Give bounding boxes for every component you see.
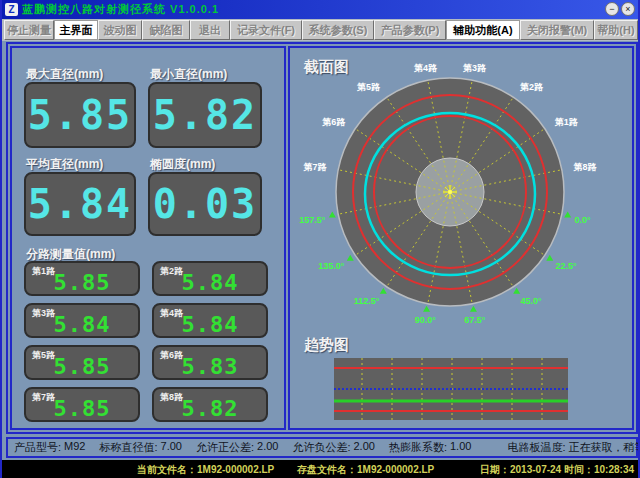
menu-main-screen[interactable]: 主界面 xyxy=(54,20,98,40)
angle-marker-icon xyxy=(470,306,477,312)
channel-2-value: 5.84 xyxy=(154,270,266,295)
trend-chart xyxy=(334,358,568,420)
channel-6-display: 第6路 5.83 xyxy=(152,345,268,380)
negative-tolerance-item: 允许负公差: 2.00 xyxy=(292,440,374,455)
board-temperature-item: 电路板温度: 正在获取，稍等片刻... xyxy=(507,440,640,455)
cross-section-chart: 第1路第2路第3路第4路第5路第6路第7路第8路0.0°22.5°45.0°67… xyxy=(290,48,632,428)
app-icon: Z xyxy=(5,3,18,16)
path-label: 第8路 xyxy=(573,162,598,172)
min-diameter-label: 最小直径(mm) xyxy=(150,66,227,83)
channel-4-value: 5.84 xyxy=(154,312,266,337)
angle-label: 135.0° xyxy=(318,261,345,271)
angle-label: 112.5° xyxy=(354,296,380,306)
minimize-button[interactable]: − xyxy=(605,2,619,16)
angle-label: 0.0° xyxy=(575,215,592,225)
expansion-coefficient-label: 热膨胀系数: xyxy=(389,440,447,455)
angle-marker-icon xyxy=(513,288,520,294)
channel-4-display: 第4路 5.84 xyxy=(152,303,268,338)
angle-label: 45.0° xyxy=(521,296,543,306)
path-label: 第5路 xyxy=(356,82,381,92)
positive-tolerance-label: 允许正公差: xyxy=(196,440,254,455)
path-label: 第4路 xyxy=(413,63,438,73)
channel-7-value: 5.85 xyxy=(26,396,138,421)
channel-5-display: 第5路 5.85 xyxy=(24,345,140,380)
menu-close-alarm[interactable]: 关闭报警(M) xyxy=(520,20,594,40)
channel-3-display: 第3路 5.84 xyxy=(24,303,140,338)
path-label: 第3路 xyxy=(462,63,487,73)
channel-3-value: 5.84 xyxy=(26,312,138,337)
angle-label: 90.0° xyxy=(415,315,437,325)
menu-help[interactable]: 帮助(H) xyxy=(594,20,638,40)
negative-tolerance-label: 允许负公差: xyxy=(292,440,350,455)
board-temperature-value: 正在获取，稍等片刻... xyxy=(568,440,640,455)
menu-aux-functions[interactable]: 辅助功能(A) xyxy=(446,20,520,40)
info-bar: 产品型号: M92 标称直径值: 7.00 允许正公差: 2.00 允许负公差:… xyxy=(6,437,638,458)
product-model-item: 产品型号: M92 xyxy=(14,440,85,455)
angle-marker-icon xyxy=(347,255,354,261)
board-temperature-label: 电路板温度: xyxy=(507,440,565,455)
angle-label: 67.5° xyxy=(464,315,486,325)
path-label: 第6路 xyxy=(321,117,346,127)
ovality-value: 0.03 xyxy=(153,181,257,227)
measurement-panel: 最大直径(mm) 5.85 最小直径(mm) 5.82 平均直径(mm) 5.8… xyxy=(10,46,286,430)
channel-8-value: 5.82 xyxy=(154,396,266,421)
expansion-coefficient-value: 1.00 xyxy=(450,440,471,455)
channel-2-display: 第2路 5.84 xyxy=(152,261,268,296)
center-star-dot xyxy=(448,190,452,194)
avg-diameter-value: 5.84 xyxy=(28,181,132,227)
menu-defect-chart[interactable]: 缺陷图 xyxy=(142,20,190,40)
channel-8-display: 第8路 5.82 xyxy=(152,387,268,422)
app-window: Z 蓝鹏测控八路对射测径系统 V1.0.0.1 − × 停止测量 主界面 波动图… xyxy=(0,0,640,478)
nominal-diameter-item: 标称直径值: 7.00 xyxy=(99,440,181,455)
menu-product-params[interactable]: 产品参数(P) xyxy=(374,20,446,40)
path-label: 第2路 xyxy=(519,82,544,92)
angle-marker-icon xyxy=(564,211,571,217)
saved-filename: 存盘文件名：1M92-000002.LP xyxy=(297,463,434,477)
expansion-coefficient-item: 热膨胀系数: 1.00 xyxy=(389,440,471,455)
menu-wave-chart[interactable]: 波动图 xyxy=(98,20,142,40)
ovality-display: 0.03 xyxy=(148,172,262,236)
menu-exit[interactable]: 退出 xyxy=(190,20,230,40)
status-bar: 当前文件名：1M92-000002.LP 存盘文件名：1M92-000002.L… xyxy=(2,460,638,478)
angle-label: 157.5° xyxy=(299,215,326,225)
angle-marker-icon xyxy=(380,288,387,294)
max-diameter-label: 最大直径(mm) xyxy=(26,66,103,83)
center-star-icon xyxy=(443,185,457,199)
time-display: 时间：10:28:34 xyxy=(564,463,634,477)
channel-1-display: 第1路 5.85 xyxy=(24,261,140,296)
title-bar: Z 蓝鹏测控八路对射测径系统 V1.0.0.1 − × xyxy=(2,0,638,19)
ovality-label: 椭圆度(mm) xyxy=(150,156,215,173)
positive-tolerance-item: 允许正公差: 2.00 xyxy=(196,440,278,455)
angle-marker-icon xyxy=(546,255,553,261)
date-display: 日期：2013-07-24 xyxy=(480,463,561,477)
negative-tolerance-value: 2.00 xyxy=(354,440,375,455)
positive-tolerance-value: 2.00 xyxy=(257,440,278,455)
close-button[interactable]: × xyxy=(621,2,635,16)
max-diameter-value: 5.85 xyxy=(28,92,132,138)
menu-bar: 停止测量 主界面 波动图 缺陷图 退出 记录文件(F) 系统参数(S) 产品参数… xyxy=(2,19,638,41)
channel-7-display: 第7路 5.85 xyxy=(24,387,140,422)
min-diameter-value: 5.82 xyxy=(153,92,257,138)
angle-marker-icon xyxy=(329,211,336,217)
max-diameter-display: 5.85 xyxy=(24,82,136,148)
min-diameter-display: 5.82 xyxy=(148,82,262,148)
angle-label: 22.5° xyxy=(556,261,578,271)
channel-5-value: 5.85 xyxy=(26,354,138,379)
menu-stop-measure[interactable]: 停止测量 xyxy=(4,20,54,40)
nominal-diameter-label: 标称直径值: xyxy=(99,440,157,455)
path-label: 第7路 xyxy=(302,162,327,172)
window-title: 蓝鹏测控八路对射测径系统 V1.0.0.1 xyxy=(22,2,219,17)
current-filename: 当前文件名：1M92-000002.LP xyxy=(137,463,274,477)
channel-6-value: 5.83 xyxy=(154,354,266,379)
charts-panel: 截面图 趋势图 第1路第2路第3路第4路第5路第6路第7路第8路0.0°22.5… xyxy=(288,46,634,430)
nominal-diameter-value: 7.00 xyxy=(161,440,182,455)
menu-record-files[interactable]: 记录文件(F) xyxy=(230,20,302,40)
avg-diameter-display: 5.84 xyxy=(24,172,136,236)
product-model-label: 产品型号: xyxy=(14,440,61,455)
path-label: 第1路 xyxy=(554,117,579,127)
angle-marker-icon xyxy=(423,306,430,312)
avg-diameter-label: 平均直径(mm) xyxy=(26,156,103,173)
product-model-value: M92 xyxy=(64,440,85,455)
channel-1-value: 5.85 xyxy=(26,270,138,295)
menu-system-params[interactable]: 系统参数(S) xyxy=(302,20,374,40)
